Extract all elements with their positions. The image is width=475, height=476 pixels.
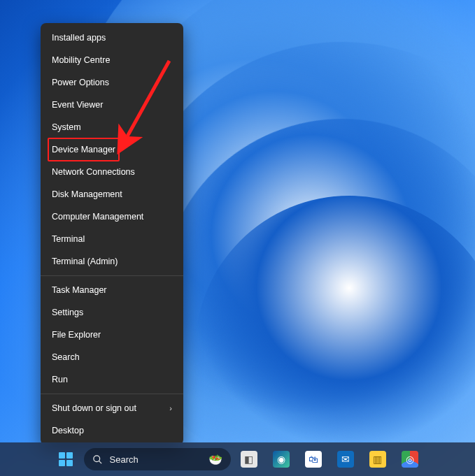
menu-item-network-connections[interactable]: Network Connections (41, 161, 183, 183)
menu-item-label: Power Options (52, 77, 109, 88)
taskbar-app-task-view[interactable]: ◧ (235, 445, 263, 473)
menu-separator (41, 394, 183, 394)
search-placeholder: Search (110, 454, 139, 465)
menu-item-label: Disk Management (52, 189, 122, 200)
menu-item-terminal[interactable]: Terminal (41, 228, 183, 250)
chevron-right-icon: › (169, 403, 172, 414)
menu-separator (41, 275, 183, 276)
taskbar-search[interactable]: Search 🥗 (84, 445, 231, 473)
taskbar-app-chrome[interactable]: ◎ (396, 445, 424, 473)
start-button[interactable] (52, 445, 80, 473)
menu-item-disk-management[interactable]: Disk Management (41, 183, 183, 205)
menu-item-label: Mobility Centre (52, 55, 110, 66)
menu-item-label: System (52, 122, 81, 133)
taskbar-app-file-explorer[interactable]: ▥ (364, 445, 392, 473)
taskbar-app-edge[interactable]: ◉ (267, 445, 295, 473)
taskbar-app-microsoft-store[interactable]: 🛍 (299, 445, 327, 473)
chrome-icon: ◎ (402, 451, 418, 468)
microsoft-store-icon: 🛍 (305, 451, 322, 468)
menu-item-mobility-centre[interactable]: Mobility Centre (41, 49, 183, 71)
menu-item-system[interactable]: System (41, 116, 183, 138)
menu-item-label: Device Manager (52, 144, 115, 155)
search-icon (92, 454, 103, 465)
svg-line-2 (99, 461, 101, 463)
winx-context-menu: Installed appsMobility CentrePower Optio… (41, 23, 183, 445)
menu-item-installed-apps[interactable]: Installed apps (41, 27, 183, 49)
menu-item-device-manager[interactable]: Device Manager (41, 138, 183, 161)
menu-item-label: Shut down or sign out (52, 403, 136, 414)
svg-point-1 (93, 455, 99, 461)
search-decoration-icon: 🥗 (208, 453, 222, 466)
outlook-icon: ✉ (337, 451, 354, 468)
menu-item-label: File Explorer (52, 329, 101, 340)
menu-item-desktop[interactable]: Desktop (41, 419, 183, 442)
menu-item-label: Installed apps (52, 32, 106, 43)
menu-item-settings[interactable]: Settings (41, 301, 183, 324)
menu-item-shut-down-or-sign-out[interactable]: Shut down or sign out› (41, 397, 183, 419)
taskbar: Search 🥗 ◧◉🛍✉▥◎ (0, 442, 475, 476)
menu-item-run[interactable]: Run (41, 368, 183, 391)
menu-item-label: Network Connections (52, 166, 135, 178)
menu-item-task-manager[interactable]: Task Manager (41, 279, 183, 301)
menu-item-label: Desktop (52, 425, 84, 436)
menu-item-label: Event Viewer (52, 99, 103, 110)
menu-item-label: Task Manager (52, 284, 107, 296)
menu-item-label: Search (52, 352, 80, 363)
menu-item-event-viewer[interactable]: Event Viewer (41, 94, 183, 116)
menu-item-terminal-admin[interactable]: Terminal (Admin) (41, 250, 183, 273)
taskbar-app-outlook[interactable]: ✉ (332, 445, 360, 473)
menu-item-power-options[interactable]: Power Options (41, 71, 183, 94)
menu-item-label: Computer Management (52, 211, 143, 222)
menu-item-label: Terminal (52, 233, 85, 245)
menu-item-label: Terminal (Admin) (52, 256, 118, 267)
menu-item-label: Settings (52, 307, 83, 318)
edge-icon: ◉ (273, 451, 290, 468)
file-explorer-icon: ▥ (369, 451, 386, 468)
menu-item-file-explorer[interactable]: File Explorer (41, 324, 183, 346)
menu-item-search[interactable]: Search (41, 346, 183, 368)
task-view-icon: ◧ (241, 451, 257, 468)
menu-item-label: Run (52, 374, 68, 385)
windows-logo-icon (59, 452, 73, 466)
menu-item-computer-management[interactable]: Computer Management (41, 205, 183, 228)
